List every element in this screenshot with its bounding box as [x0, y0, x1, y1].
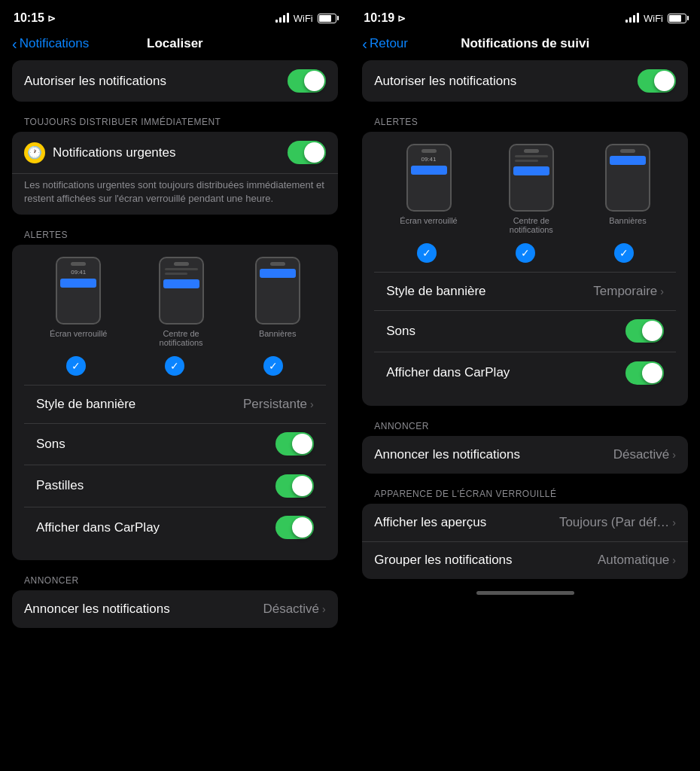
left-panel: 10:15 ⊳ WiFi ‹ Notifications Localiser	[0, 0, 350, 771]
urgent-card: 🕐 Notifications urgentes Les notificatio…	[12, 132, 338, 215]
right-grouper-label: Grouper les notifications	[374, 553, 512, 568]
back-label-right: Retour	[370, 36, 408, 51]
sons-label: Sons	[36, 437, 65, 452]
urgent-label: Notifications urgentes	[53, 145, 175, 160]
right-style-banniere-label: Style de bannière	[386, 284, 485, 299]
check-center[interactable]: ✓	[165, 356, 184, 376]
urgent-desc: Les notifications urgentes sont toujours…	[12, 173, 338, 215]
style-banniere-label: Style de bannière	[36, 397, 135, 412]
battery-fill	[319, 15, 331, 22]
authorize-row: Autoriser les notifications	[12, 60, 338, 102]
chevron-right-icon-annoncer: ›	[672, 449, 676, 461]
right-apparence-card: Afficher les aperçus Toujours (Par déf… …	[362, 504, 688, 580]
right-apercus-row[interactable]: Afficher les aperçus Toujours (Par déf… …	[362, 504, 688, 541]
phone-banner-mockup[interactable]: Bannières	[255, 257, 300, 347]
annoncer-row[interactable]: Annoncer les notifications Désactivé ›	[12, 590, 338, 628]
annoncer-value: Désactivé	[263, 602, 319, 617]
signal-icon	[275, 14, 289, 23]
right-style-banniere-row[interactable]: Style de bannière Temporaire ›	[374, 273, 676, 310]
section-immediately-label: TOUJOURS DISTRIBUER IMMÉDIATEMENT	[12, 108, 338, 132]
chevron-right-icon-apercus: ›	[672, 517, 676, 529]
left-back-button[interactable]: ‹ Notifications	[12, 36, 89, 51]
right-phone-banner-img	[605, 144, 650, 212]
phone-banner-img	[255, 257, 300, 325]
battery-fill-right	[669, 15, 681, 22]
right-nav-title: Notifications de suivi	[461, 36, 589, 51]
annoncer-label: Annoncer les notifications	[24, 602, 170, 617]
phone-locked-img: 09:41	[56, 257, 101, 325]
chevron-right-icon: ›	[322, 603, 326, 615]
pastilles-toggle[interactable]	[275, 474, 314, 498]
right-apercus-value: Toujours (Par déf…	[559, 515, 669, 530]
signal-icon-right	[625, 14, 639, 23]
phone-checks: ✓ ✓ ✓	[24, 356, 326, 376]
chevron-right-icon: ›	[310, 398, 314, 410]
chevron-left-icon: ‹	[12, 36, 17, 51]
right-annoncer-row[interactable]: Annoncer les notifications Désactivé ›	[362, 436, 688, 474]
right-sons-row: Sons	[374, 310, 676, 352]
time-text-right: 10:19	[364, 11, 394, 25]
toggle-knob	[304, 71, 324, 91]
section-annoncer-label: ANNONCER	[12, 566, 338, 590]
right-check-banner[interactable]: ✓	[614, 243, 634, 263]
authorize-card: Autoriser les notifications	[12, 60, 338, 102]
right-phone-banner[interactable]: Bannières	[605, 144, 650, 234]
right-carplay-toggle[interactable]	[625, 361, 664, 385]
right-annoncer-card: Annoncer les notifications Désactivé ›	[362, 436, 688, 474]
home-indicator	[476, 591, 574, 595]
carplay-toggle[interactable]	[275, 516, 314, 539]
phone-center[interactable]: Centre de notifications	[159, 257, 204, 347]
right-content: Autoriser les notifications ALERTES 09:4…	[350, 60, 700, 771]
right-time: 10:19 ⊳	[364, 11, 406, 25]
right-authorize-toggle[interactable]	[638, 69, 676, 93]
left-time: 10:15 ⊳	[14, 11, 56, 25]
urgent-toggle[interactable]	[288, 141, 326, 164]
right-phone-locked[interactable]: 09:41 Écran verrouillé	[400, 144, 457, 234]
left-status-bar: 10:15 ⊳ WiFi	[0, 0, 350, 33]
right-annoncer-value: Désactivé	[613, 447, 670, 462]
right-carplay-label: Afficher dans CarPlay	[386, 365, 510, 380]
right-status-bar: 10:19 ⊳ WiFi	[350, 0, 700, 33]
section-alertes-label: ALERTES	[12, 221, 338, 245]
right-phone-checks: ✓ ✓ ✓	[374, 243, 676, 263]
right-style-banniere-value: Temporaire	[593, 284, 657, 299]
right-check-center[interactable]: ✓	[516, 243, 535, 263]
chevron-right-icon-right: ›	[660, 285, 664, 297]
right-check-locked[interactable]: ✓	[417, 243, 437, 263]
right-section-apparence: APPARENCE DE L'ÉCRAN VERROUILLÉ	[362, 480, 688, 504]
right-phone-center[interactable]: Centre de notifications	[509, 144, 554, 234]
wifi-icon-right: WiFi	[644, 13, 663, 24]
right-annoncer-label: Annoncer les notifications	[374, 447, 520, 462]
authorize-label: Autoriser les notifications	[24, 74, 166, 89]
back-label: Notifications	[20, 36, 90, 51]
right-authorize-card: Autoriser les notifications	[362, 60, 688, 102]
phone-center-img	[159, 257, 204, 325]
location-icon-right: ⊳	[397, 13, 406, 24]
phone-locked[interactable]: 09:41 Écran verrouillé	[50, 257, 107, 347]
right-section-annoncer: ANNONCER	[362, 412, 688, 436]
right-sons-toggle[interactable]	[625, 319, 664, 343]
urgent-row: 🕐 Notifications urgentes	[12, 132, 338, 173]
sons-toggle[interactable]	[275, 432, 314, 456]
right-nav-bar: ‹ Retour Notifications de suivi	[350, 33, 700, 60]
right-alert-section: 09:41 Écran verrouillé Centre de n	[362, 132, 688, 406]
right-section-alertes: ALERTES	[362, 108, 688, 132]
carplay-row: Afficher dans CarPlay	[24, 507, 326, 548]
authorize-toggle[interactable]	[288, 69, 326, 93]
right-back-button[interactable]: ‹ Retour	[362, 36, 408, 51]
carplay-label: Afficher dans CarPlay	[36, 520, 160, 535]
alert-phones: 09:41 Écran verrouillé Ce	[24, 257, 326, 347]
right-grouper-value: Automatique	[598, 553, 669, 568]
check-locked[interactable]: ✓	[66, 356, 86, 376]
chevron-left-icon-right: ‹	[362, 36, 367, 51]
pastilles-row: Pastilles	[24, 465, 326, 507]
right-alert-phones: 09:41 Écran verrouillé Centre de n	[374, 144, 676, 234]
right-carplay-row: Afficher dans CarPlay	[374, 352, 676, 394]
right-sons-label: Sons	[386, 324, 415, 339]
left-nav-title: Localiser	[147, 36, 203, 51]
time-text: 10:15	[14, 11, 44, 25]
right-panel: 10:19 ⊳ WiFi ‹ Retour Notifications de s…	[350, 0, 700, 771]
right-grouper-row[interactable]: Grouper les notifications Automatique ›	[362, 541, 688, 579]
check-banner[interactable]: ✓	[263, 356, 283, 376]
style-banniere-row[interactable]: Style de bannière Persistante ›	[24, 386, 326, 423]
